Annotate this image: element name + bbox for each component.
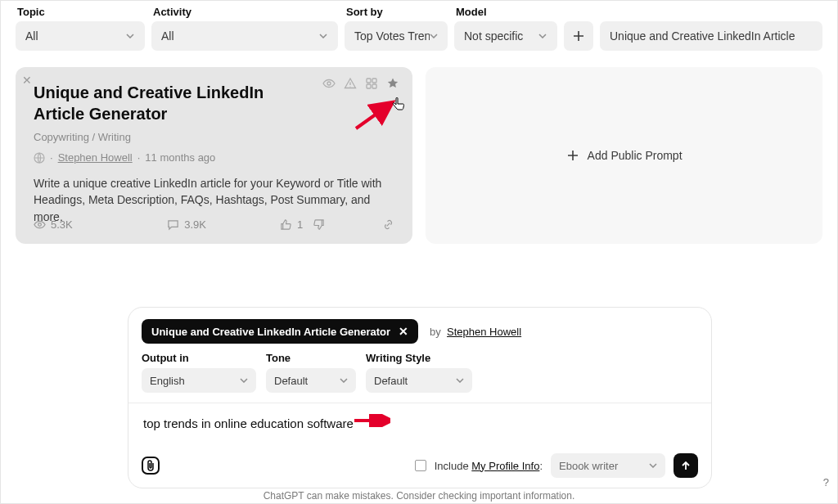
thumbs-down-icon[interactable] [313,218,325,231]
tone-label: Tone [266,352,356,364]
add-prompt-label: Add Public Prompt [588,149,683,162]
chip-close-icon[interactable]: ✕ [399,325,408,338]
stat-likes: 1 [280,218,325,231]
comment-icon [167,218,179,231]
svg-rect-3 [372,79,376,83]
topic-select[interactable]: All [16,21,145,51]
chevron-down-icon [340,378,348,383]
model-label: Model [454,6,557,18]
globe-icon [34,152,45,164]
card-grid: ✕ Unique and Creative LinkedIn Article G… [1,57,837,254]
chevron-down-icon [318,31,328,41]
svg-point-1 [350,86,351,87]
svg-rect-5 [372,84,376,88]
role-value: Ebook writer [559,460,618,472]
tone-select[interactable]: Default [266,368,356,393]
style-select[interactable]: Default [366,368,472,393]
sort-value: Top Votes Trendin [354,29,430,43]
card-action-icons [322,77,399,90]
eye-icon [34,218,46,231]
filter-bar: Topic All Activity All Sort by Top Votes… [1,1,837,57]
search-value: Unique and Creative LinkedIn Article [610,29,795,43]
send-button[interactable] [674,453,698,478]
warning-icon[interactable] [344,77,357,90]
style-label: Writing Style [366,352,472,364]
search-input[interactable]: Unique and Creative LinkedIn Article [600,21,822,51]
likes-count: 1 [297,218,303,231]
include-text: Include [435,460,469,472]
thumbs-up-icon[interactable] [280,218,292,231]
views-count: 5.3K [51,218,73,231]
grid-icon[interactable] [365,77,378,90]
paperclip-icon [146,460,155,471]
comments-count: 3.9K [184,218,206,231]
svg-point-0 [327,82,331,85]
stat-views: 5.3K [34,218,73,231]
tone-value: Default [274,375,308,387]
include-checkbox[interactable] [415,460,426,471]
svg-rect-2 [367,79,371,83]
close-icon[interactable]: ✕ [22,74,32,87]
byline-author[interactable]: Stephen Howell [447,326,521,338]
active-prompt-chip: Unique and Creative LinkedIn Article Gen… [142,319,418,344]
arrow-up-icon [680,460,692,471]
output-value: English [150,375,185,387]
add-public-prompt-card[interactable]: Add Public Prompt [426,67,822,244]
prompt-description: Write a unique creative LinkedIn article… [34,175,394,225]
chevron-down-icon [538,31,547,41]
chevron-down-icon [125,31,135,41]
byline: by Stephen Howell [430,326,521,338]
link-icon[interactable] [382,218,394,231]
sort-label: Sort by [345,6,448,18]
style-value: Default [374,375,408,387]
query-text: top trends in online education software [143,416,354,430]
svg-point-7 [38,223,42,227]
output-select[interactable]: English [142,368,256,393]
chevron-down-icon [456,378,464,383]
by-label: by [430,326,441,338]
prompt-meta: · Stephen Howell · 11 months ago [34,151,394,164]
prompt-stats: 5.3K 3.9K 1 [34,218,394,231]
chevron-down-icon [649,463,657,468]
activity-select[interactable]: All [151,21,338,51]
output-label: Output in [142,352,256,364]
chevron-down-icon [240,378,248,383]
query-input[interactable]: top trends in online education software [142,413,698,434]
attach-button[interactable] [142,457,160,475]
stat-comments: 3.9K [167,218,206,231]
topic-label: Topic [16,6,145,18]
compose-panel: Unique and Creative LinkedIn Article Gen… [128,307,712,488]
topic-value: All [25,29,38,43]
model-select[interactable]: Not specific [454,21,557,51]
activity-label: Activity [151,6,338,18]
plus-icon [566,149,579,162]
role-select[interactable]: Ebook writer [551,453,665,478]
help-button[interactable]: ? [823,476,829,488]
prompt-author[interactable]: Stephen Howell [58,151,133,164]
prompt-age: 11 months ago [145,151,215,164]
divider [128,403,711,403]
eye-icon[interactable] [322,77,336,90]
plus-icon [573,30,584,42]
chevron-down-icon [430,31,438,41]
add-filter-button[interactable] [564,21,593,51]
prompt-category: Copywriting / Writing [34,131,394,143]
activity-value: All [161,29,174,43]
prompt-card[interactable]: ✕ Unique and Creative LinkedIn Article G… [16,67,412,244]
star-icon[interactable] [386,77,399,90]
include-label: Include My Profile Info: [435,460,543,472]
disclaimer: ChatGPT can make mistakes. Consider chec… [1,490,837,502]
sort-select[interactable]: Top Votes Trendin [345,21,448,51]
model-value: Not specific [464,29,523,43]
svg-rect-4 [367,84,371,88]
profile-link[interactable]: My Profile Info [471,460,539,472]
chip-label: Unique and Creative LinkedIn Article Gen… [151,326,390,338]
